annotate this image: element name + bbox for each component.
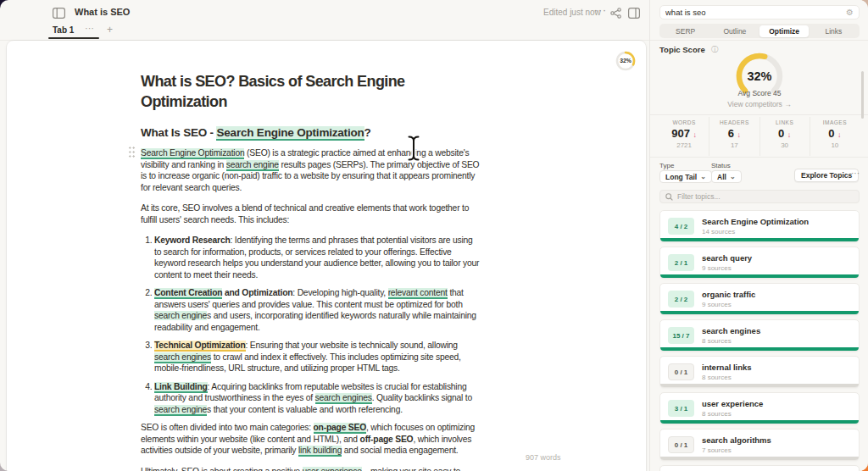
- badge-score-value: 32%: [620, 58, 632, 64]
- search-icon: [665, 193, 673, 201]
- doc-list-item-2[interactable]: Content Creation and Optimization: Devel…: [154, 287, 481, 333]
- active-tab-indicator: [48, 37, 99, 39]
- word-count: 907 words: [526, 453, 561, 462]
- text-segment: search engine: [226, 160, 279, 171]
- stat-target: 30: [760, 141, 810, 149]
- document-body[interactable]: What is SEO? Basics of Search Engine Opt…: [141, 71, 481, 471]
- editor-header: What is SEO Edited just now ··· Tab 1 ··…: [0, 0, 649, 41]
- doc-paragraph-4[interactable]: Ultimately, SEO is about creating a posi…: [141, 466, 481, 471]
- text-segment: Content Creation: [154, 288, 222, 299]
- tab-outline[interactable]: Outline: [710, 25, 760, 37]
- stat-column: LINKS 0 ↓ 30: [760, 117, 810, 156]
- doc-heading-1[interactable]: What is SEO? Basics of Search Engine Opt…: [141, 71, 481, 112]
- stat-value: 6 ↓: [709, 127, 759, 140]
- text-segment: search engine: [154, 405, 207, 416]
- block-drag-handle-icon[interactable]: [128, 146, 136, 158]
- doc-heading-2[interactable]: What Is SEO - Search Engine Optimization…: [141, 125, 481, 140]
- doc-paragraph-3[interactable]: SEO is often divided into two main categ…: [141, 422, 481, 457]
- panel-tabs: SERP Outline Optimize Links: [659, 24, 860, 38]
- topic-info: internal links 8 sources: [702, 363, 752, 381]
- type-dropdown[interactable]: Long Tail ⌄: [659, 170, 712, 183]
- topic-card-partial[interactable]: [659, 465, 860, 471]
- topic-name: search algorithms: [702, 435, 771, 445]
- divider: [650, 157, 868, 158]
- type-filter-label: Type: [659, 162, 674, 169]
- topic-card[interactable]: 15 / 7 search engines 8 sources: [659, 319, 860, 352]
- topic-progress-bar: [660, 457, 859, 460]
- topic-sources: 8 sources: [702, 410, 763, 418]
- topic-card[interactable]: 0 / 1 internal links 8 sources: [659, 356, 860, 388]
- topic-progress-bar: [660, 311, 859, 314]
- text-segment: s that your content is valuable and wort…: [207, 405, 403, 414]
- avg-score: Avg Score 45: [650, 89, 868, 97]
- topic-card[interactable]: 2 / 2 organic traffic 9 sources: [659, 283, 860, 315]
- stat-label: LINKS: [760, 119, 810, 125]
- topic-card[interactable]: 2 / 1 search query 9 sources: [659, 247, 860, 279]
- floating-score-badge[interactable]: 32%: [615, 50, 637, 72]
- sidebar-toggle-icon[interactable]: [53, 8, 65, 19]
- view-competitors-link[interactable]: View competitors →: [650, 100, 868, 108]
- topic-sources: 9 sources: [702, 301, 755, 308]
- text-segment: Ultimately, SEO is about creating a posi…: [141, 467, 303, 471]
- status-dropdown[interactable]: All ⌄: [711, 170, 742, 183]
- tab-links[interactable]: Links: [809, 25, 858, 37]
- tab-optimize[interactable]: Optimize: [760, 25, 809, 37]
- topic-info: user experience 8 sources: [702, 399, 763, 418]
- tab-more-icon[interactable]: ···: [85, 23, 94, 33]
- doc-list-item-3[interactable]: Technical Optimization: Ensuring that yo…: [154, 340, 481, 374]
- info-icon[interactable]: ⓘ: [711, 45, 719, 55]
- divider: [650, 114, 868, 115]
- topic-info: search algorithms 7 sources: [702, 435, 771, 454]
- document-title: What is SEO: [75, 7, 130, 17]
- text-segment: relevant content: [388, 288, 448, 299]
- topic-sources: 14 sources: [702, 228, 809, 236]
- text-segment: user experience: [303, 467, 362, 471]
- status-filter-label: Status: [711, 162, 731, 169]
- share-icon[interactable]: [610, 8, 621, 19]
- panel-toggle-icon[interactable]: [628, 8, 640, 19]
- tab-serp[interactable]: SERP: [661, 25, 710, 37]
- topic-name: internal links: [702, 363, 752, 372]
- text-segment: Keyword Research: [154, 236, 231, 245]
- topic-info: organic traffic 9 sources: [702, 290, 755, 308]
- explore-topics-button[interactable]: Explore Topics: [794, 169, 859, 182]
- topics-more-icon[interactable]: ···: [851, 169, 860, 178]
- doc-list-item-4[interactable]: Link Building: Acquiring backlinks from …: [154, 381, 481, 416]
- add-tab-button[interactable]: +: [107, 24, 113, 36]
- tab-1[interactable]: Tab 1: [53, 25, 74, 35]
- text-segment: What Is SEO -: [141, 126, 216, 139]
- topic-name: user experience: [702, 399, 763, 408]
- text-segment: . Quality backlinks signal to: [372, 393, 472, 402]
- topic-ratio-badge: 2 / 1: [668, 254, 694, 271]
- topic-card[interactable]: 3 / 1 user experience 8 sources: [659, 392, 860, 424]
- query-search-box[interactable]: ⚙: [659, 5, 860, 19]
- topic-filter-input[interactable]: [677, 192, 854, 201]
- document-more-icon[interactable]: ···: [594, 4, 607, 16]
- gear-icon[interactable]: ⚙: [846, 8, 854, 17]
- topic-card[interactable]: 0 / 1 search algorithms 7 sources: [659, 429, 860, 461]
- topic-ratio-badge: 0 / 1: [668, 436, 694, 453]
- stat-label: HEADERS: [709, 119, 759, 125]
- doc-numbered-list: Keyword Research: Identifying the terms …: [154, 235, 481, 415]
- topic-score-label: Topic Score: [659, 45, 705, 54]
- topic-sources: 7 sources: [702, 446, 771, 454]
- stat-target: 10: [810, 141, 860, 149]
- text-segment: Link Building: [154, 382, 208, 393]
- topic-ratio-badge: 4 / 2: [668, 218, 694, 235]
- text-segment: ?: [364, 126, 371, 139]
- text-segment: Search Engine Optimization: [216, 126, 364, 141]
- topic-card[interactable]: 4 / 2 Search Engine Optimization 14 sour…: [659, 210, 860, 242]
- topic-filter-box[interactable]: [659, 190, 860, 203]
- query-input[interactable]: [665, 8, 846, 17]
- doc-paragraph-1[interactable]: Search Engine Optimization (SEO) is a st…: [141, 147, 481, 193]
- stat-value: 0 ↓: [760, 127, 810, 140]
- editor-canvas[interactable]: What is SEO? Basics of Search Engine Opt…: [7, 41, 646, 471]
- topic-ratio-badge: 3 / 1: [668, 400, 694, 417]
- arrow-down-icon: ↓: [693, 130, 698, 139]
- stat-target: 17: [709, 141, 759, 149]
- panel-scrollbar[interactable]: [861, 71, 864, 119]
- text-segment: Search Engine Optimization: [141, 148, 244, 159]
- doc-paragraph-2[interactable]: At its core, SEO involves a blend of tec…: [141, 202, 481, 225]
- doc-list-item-1[interactable]: Keyword Research: Identifying the terms …: [154, 235, 481, 280]
- topic-progress-bar: [660, 347, 859, 351]
